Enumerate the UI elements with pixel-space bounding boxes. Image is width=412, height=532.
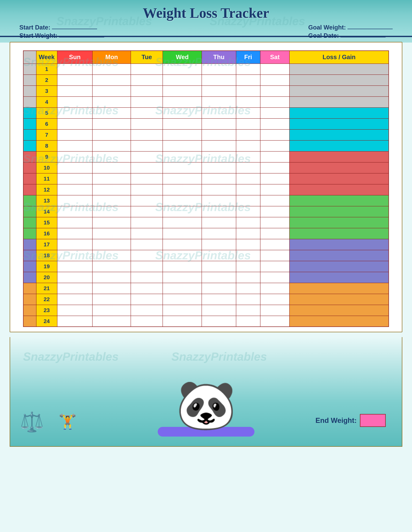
sun-cell[interactable] [57, 261, 93, 272]
fri-cell[interactable] [236, 272, 260, 283]
lossgain-cell[interactable] [289, 151, 389, 162]
lossgain-cell[interactable] [289, 162, 389, 173]
tue-cell[interactable] [131, 75, 163, 86]
sun-cell[interactable] [57, 305, 93, 316]
wed-cell[interactable] [163, 294, 202, 305]
sun-cell[interactable] [57, 283, 93, 294]
wed-cell[interactable] [163, 184, 202, 195]
sun-cell[interactable] [57, 217, 93, 228]
thu-cell[interactable] [202, 96, 236, 107]
wed-cell[interactable] [163, 272, 202, 283]
lossgain-cell[interactable] [289, 118, 389, 129]
sun-cell[interactable] [57, 239, 93, 250]
lossgain-cell[interactable] [289, 96, 389, 107]
tue-cell[interactable] [131, 140, 163, 151]
wed-cell[interactable] [163, 195, 202, 206]
tue-cell[interactable] [131, 316, 163, 327]
sat-cell[interactable] [260, 239, 289, 250]
sat-cell[interactable] [260, 151, 289, 162]
lossgain-cell[interactable] [289, 206, 389, 217]
lossgain-cell[interactable] [289, 217, 389, 228]
sun-cell[interactable] [57, 184, 93, 195]
lossgain-cell[interactable] [289, 305, 389, 316]
sat-cell[interactable] [260, 86, 289, 96]
mon-cell[interactable] [92, 228, 131, 239]
sun-cell[interactable] [57, 294, 93, 305]
mon-cell[interactable] [92, 239, 131, 250]
sun-cell[interactable] [57, 316, 93, 327]
lossgain-cell[interactable] [289, 195, 389, 206]
wed-cell[interactable] [163, 86, 202, 96]
mon-cell[interactable] [92, 184, 131, 195]
wed-cell[interactable] [163, 250, 202, 261]
wed-cell[interactable] [163, 96, 202, 107]
thu-cell[interactable] [202, 140, 236, 151]
wed-cell[interactable] [163, 228, 202, 239]
sat-cell[interactable] [260, 272, 289, 283]
tue-cell[interactable] [131, 64, 163, 75]
sat-cell[interactable] [260, 195, 289, 206]
fri-cell[interactable] [236, 64, 260, 75]
fri-cell[interactable] [236, 118, 260, 129]
fri-cell[interactable] [236, 96, 260, 107]
lossgain-cell[interactable] [289, 173, 389, 184]
thu-cell[interactable] [202, 129, 236, 140]
wed-cell[interactable] [163, 239, 202, 250]
fri-cell[interactable] [236, 316, 260, 327]
thu-cell[interactable] [202, 217, 236, 228]
fri-cell[interactable] [236, 162, 260, 173]
sat-cell[interactable] [260, 107, 289, 118]
mon-cell[interactable] [92, 217, 131, 228]
sat-cell[interactable] [260, 75, 289, 86]
tue-cell[interactable] [131, 239, 163, 250]
mon-cell[interactable] [92, 206, 131, 217]
wed-cell[interactable] [163, 151, 202, 162]
wed-cell[interactable] [163, 217, 202, 228]
wed-cell[interactable] [163, 140, 202, 151]
mon-cell[interactable] [92, 283, 131, 294]
sat-cell[interactable] [260, 283, 289, 294]
lossgain-cell[interactable] [289, 184, 389, 195]
wed-cell[interactable] [163, 173, 202, 184]
lossgain-cell[interactable] [289, 261, 389, 272]
sun-cell[interactable] [57, 250, 93, 261]
sat-cell[interactable] [260, 96, 289, 107]
thu-cell[interactable] [202, 64, 236, 75]
thu-cell[interactable] [202, 75, 236, 86]
thu-cell[interactable] [202, 86, 236, 96]
sun-cell[interactable] [57, 195, 93, 206]
wed-cell[interactable] [163, 316, 202, 327]
lossgain-cell[interactable] [289, 140, 389, 151]
mon-cell[interactable] [92, 294, 131, 305]
wed-cell[interactable] [163, 283, 202, 294]
fri-cell[interactable] [236, 228, 260, 239]
mon-cell[interactable] [92, 316, 131, 327]
mon-cell[interactable] [92, 75, 131, 86]
start-date-input[interactable] [52, 26, 97, 29]
sun-cell[interactable] [57, 272, 93, 283]
fri-cell[interactable] [236, 86, 260, 96]
lossgain-cell[interactable] [289, 228, 389, 239]
sat-cell[interactable] [260, 305, 289, 316]
fri-cell[interactable] [236, 151, 260, 162]
tue-cell[interactable] [131, 162, 163, 173]
sun-cell[interactable] [57, 96, 93, 107]
mon-cell[interactable] [92, 305, 131, 316]
sat-cell[interactable] [260, 184, 289, 195]
mon-cell[interactable] [92, 86, 131, 96]
goal-date-input[interactable] [340, 34, 385, 38]
mon-cell[interactable] [92, 118, 131, 129]
tue-cell[interactable] [131, 86, 163, 96]
sat-cell[interactable] [260, 316, 289, 327]
fri-cell[interactable] [236, 129, 260, 140]
thu-cell[interactable] [202, 272, 236, 283]
lossgain-cell[interactable] [289, 283, 389, 294]
tue-cell[interactable] [131, 173, 163, 184]
lossgain-cell[interactable] [289, 294, 389, 305]
sat-cell[interactable] [260, 206, 289, 217]
tue-cell[interactable] [131, 272, 163, 283]
fri-cell[interactable] [236, 206, 260, 217]
sun-cell[interactable] [57, 118, 93, 129]
sun-cell[interactable] [57, 228, 93, 239]
lossgain-cell[interactable] [289, 129, 389, 140]
